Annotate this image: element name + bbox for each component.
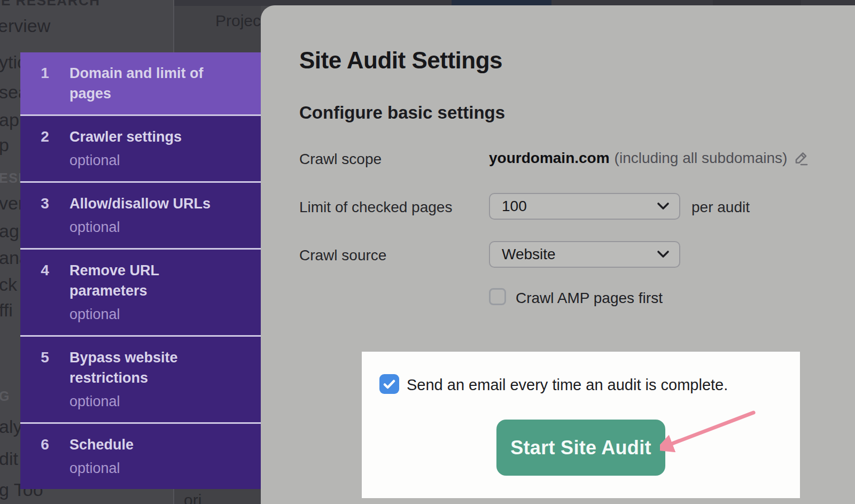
wizard-steps: 1Domain and limit of pages2Crawler setti… [20,52,261,489]
annotation-arrow [660,406,761,452]
background-text-fragment: erview [0,15,50,37]
crawl-source-label: Crawl source [299,247,386,264]
step-number: 2 [20,127,69,170]
dimmed-projects-label: Projec [215,12,261,30]
wizard-step-6[interactable]: 6Scheduleoptional [20,422,261,489]
background-text-fragment: aly [0,416,22,438]
step-title: Domain and limit of pages [69,63,235,104]
checkmark-icon [383,379,395,389]
per-audit-suffix: per audit [691,199,750,216]
email-checkbox-label: Send an email every time an audit is com… [407,376,728,394]
background-text-fragment: agi [0,220,23,242]
step-optional-label: optional [69,458,134,478]
background-text-fragment: E RESEARCH [1,0,100,9]
wizard-step-1[interactable]: 1Domain and limit of pages [20,52,261,114]
crawl-source-select[interactable]: Website [489,241,680,268]
step-title: Allow/disallow URLs [69,193,211,214]
modal-title: Site Audit Settings [299,47,502,74]
limit-label: Limit of checked pages [299,199,452,216]
background-text-fragment: ffi [0,299,13,321]
crawl-source-select-value: Website [502,246,657,263]
background-text-fragment: ck [0,274,17,296]
step-title: Bypass website restrictions [69,347,235,388]
step-optional-label: optional [69,391,235,412]
start-site-audit-button[interactable]: Start Site Audit [496,420,665,476]
step-optional-label: optional [69,304,235,324]
amp-checkbox-label: Crawl AMP pages first [516,290,663,307]
step-optional-label: optional [69,217,211,237]
crawl-scope-label: Crawl scope [299,151,382,168]
pencil-edit-icon[interactable] [792,150,810,167]
background-text-fragment: p [0,134,9,156]
wizard-step-4[interactable]: 4Remove URL parametersoptional [20,248,261,335]
section-heading: Configure basic settings [299,103,505,123]
crawl-scope-value: yourdomain.com (including all subdomains… [489,150,810,167]
step-number: 3 [20,193,69,237]
background-text-fragment: ori [184,491,201,504]
wizard-step-3[interactable]: 3Allow/disallow URLsoptional [20,181,261,248]
amp-checkbox[interactable] [489,288,506,305]
step-optional-label: optional [69,150,182,170]
wizard-step-5[interactable]: 5Bypass website restrictionsoptional [20,335,261,422]
email-checkbox[interactable] [379,374,399,394]
email-audit-highlight-panel: Send an email every time an audit is com… [362,352,800,498]
chevron-down-icon [657,250,670,259]
site-audit-settings-modal: Site Audit Settings Configure basic sett… [261,5,855,504]
step-title: Crawler settings [69,127,182,147]
background-text-fragment: ap [0,109,19,131]
step-number: 5 [20,347,69,412]
background-text-fragment: dit [0,448,18,470]
background-text-fragment: G [0,388,10,404]
crawl-scope-note: (including all subdomains) [615,150,788,167]
step-title: Schedule [69,435,134,455]
step-number: 6 [20,435,69,478]
limit-select[interactable]: 100 [489,193,680,220]
wizard-step-2[interactable]: 2Crawler settingsoptional [20,114,261,181]
crawl-scope-domain: yourdomain.com [489,150,610,167]
step-title: Remove URL parameters [69,260,235,301]
step-number: 4 [20,260,69,324]
limit-select-value: 100 [502,198,657,215]
chevron-down-icon [657,202,670,211]
step-number: 1 [20,63,69,104]
screen: E RESEARCHerviewyticseaappESEveragianack… [0,0,855,504]
